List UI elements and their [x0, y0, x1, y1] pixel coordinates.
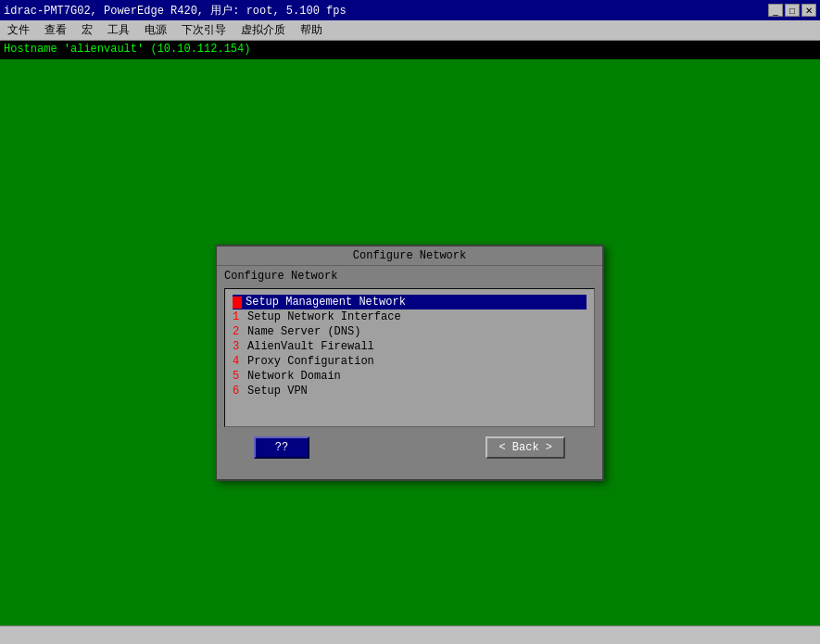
minimize-button[interactable]: _	[768, 4, 783, 17]
menu-entry-label-3: AlienVault Firewall	[247, 340, 374, 353]
menu-entry-label-2: Name Server (DNS)	[247, 325, 360, 338]
entry-num-2: 2	[233, 325, 247, 338]
bottom-bar	[0, 625, 820, 644]
dialog-title: Configure Network	[217, 246, 602, 266]
configure-network-dialog: Configure Network Configure Network Setu…	[215, 245, 604, 481]
menu-entry-label-4: Proxy Configuration	[247, 355, 374, 368]
terminal-area: Configure Network Configure Network Setu…	[0, 59, 820, 625]
menu-entry-label-6: Setup VPN	[247, 385, 308, 398]
menu-power[interactable]: 电源	[141, 20, 170, 40]
menu-entry-dns[interactable]: 2 Name Server (DNS)	[233, 324, 587, 339]
menu-bar: 文件 查看 宏 工具 电源 下次引导 虚拟介质 帮助	[0, 20, 820, 41]
dialog-header: Configure Network	[217, 266, 602, 284]
entry-num-1: 1	[233, 310, 247, 323]
menu-next-boot[interactable]: 下次引导	[178, 20, 230, 40]
menu-virtual-media[interactable]: 虚拟介质	[237, 20, 289, 40]
menu-macro[interactable]: 宏	[78, 20, 96, 40]
menu-entry-firewall[interactable]: 3 AlienVault Firewall	[233, 339, 587, 354]
entry-num-4: 4	[233, 355, 247, 368]
entry-num-6: 6	[233, 385, 247, 398]
menu-file[interactable]: 文件	[4, 20, 33, 40]
entry-num-5: 5	[233, 370, 247, 383]
menu-help[interactable]: 帮助	[296, 20, 326, 40]
title-text: idrac-PMT7G02, PowerEdge R420, 用户: root,…	[4, 3, 347, 19]
menu-entry-domain[interactable]: 5 Network Domain	[233, 369, 587, 384]
dialog-buttons: ?? < Back >	[217, 431, 602, 464]
menu-entry-setup-management[interactable]: Setup Management Network	[233, 295, 587, 309]
window-controls[interactable]: _ □ ✕	[768, 4, 816, 17]
menu-entry-label-1: Setup Network Interface	[247, 310, 401, 323]
menu-entry-label-5: Network Domain	[247, 370, 341, 383]
menu-entry-vpn[interactable]: 6 Setup VPN	[233, 384, 587, 398]
dialog-content: Setup Management Network 1 Setup Network…	[224, 288, 595, 427]
status-line: Hostname 'alienvault' (10.10.112.154)	[0, 41, 820, 59]
menu-entry-setup-network[interactable]: 1 Setup Network Interface	[233, 309, 587, 324]
menu-view[interactable]: 查看	[41, 20, 70, 40]
menu-tools[interactable]: 工具	[104, 20, 133, 40]
back-button[interactable]: < Back >	[486, 436, 565, 459]
maximize-button[interactable]: □	[785, 4, 800, 17]
menu-entry-label-0: Setup Management Network	[246, 296, 406, 309]
entry-num-3: 3	[233, 340, 247, 353]
close-button[interactable]: ✕	[801, 4, 816, 17]
title-bar: idrac-PMT7G02, PowerEdge R420, 用户: root,…	[0, 0, 820, 20]
ok-button[interactable]: ??	[254, 436, 309, 459]
hostname-text: Hostname 'alienvault' (10.10.112.154)	[4, 43, 250, 56]
menu-entry-proxy[interactable]: 4 Proxy Configuration	[233, 354, 587, 369]
